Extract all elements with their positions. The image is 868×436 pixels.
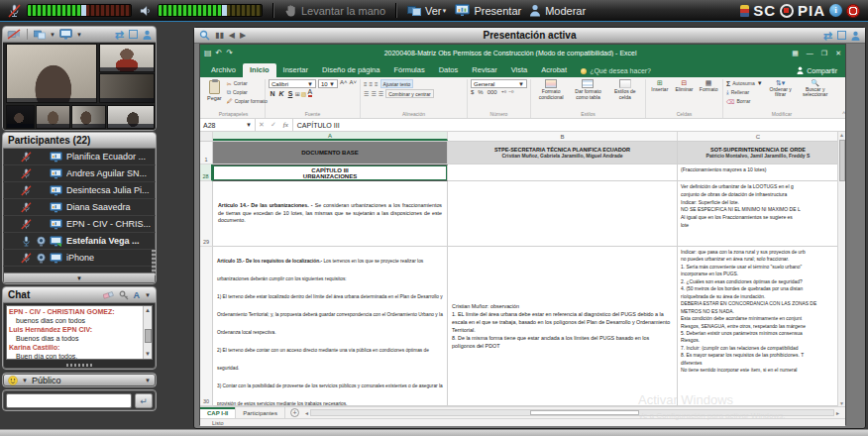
presenter-icon[interactable] [851,31,860,41]
confirm-entry-icon[interactable]: ✓ [271,121,276,129]
cell-a29[interactable]: Artículo 14.- De las urbanizaciones. - S… [213,181,448,247]
eraser-icon[interactable] [103,290,114,299]
cell-c28[interactable]: (Fraccionamientos mayores a 10 lotes) [678,164,839,181]
align-middle-icon[interactable]: ≡ [370,81,373,87]
fill-button[interactable]: ⤓Rellenar [726,88,763,96]
redo-icon[interactable]: ↷ [226,49,233,57]
font-name-select[interactable]: Calibri▼ [269,79,316,88]
participant-row[interactable]: Diana Saavedra [3,199,156,216]
participant-row[interactable]: iPhone [3,250,156,267]
scroll-up-icon[interactable]: ▲ [145,306,151,315]
emoticon-icon[interactable] [8,376,18,385]
mic-muted-icon[interactable] [19,168,34,179]
video-thumb-2[interactable] [36,105,70,129]
scroll-down-icon[interactable]: ▼ [145,350,151,359]
clear-button[interactable]: ⌫Borrar [726,97,763,105]
cell-c29[interactable]: Ver definición de urbanizar de la LOOTUG… [678,181,839,247]
present-button[interactable]: Presentar [474,5,521,17]
video-feed-3[interactable] [99,73,155,103]
mic-muted-icon[interactable] [19,202,34,213]
add-sheet-icon[interactable]: + [290,408,299,417]
info-button[interactable]: i [829,4,842,17]
key-icon[interactable] [119,290,129,300]
audience-select[interactable]: Público [32,376,61,385]
column-header-a[interactable]: A [213,132,448,141]
scroll-left-icon[interactable]: ◂ [303,409,310,416]
row-number[interactable]: 1 [200,142,213,164]
record-button[interactable] [846,4,860,18]
cell-a28-selected[interactable]: CAPÍTULO III URBANIZACIONES [213,164,448,181]
moderate-button[interactable]: Moderar [545,5,586,17]
previous-slide-icon[interactable]: ◀ [229,31,235,40]
undo-icon[interactable]: ↶ [216,49,223,57]
collapse-ribbon-icon[interactable]: ˄ [840,110,845,118]
next-slide-icon[interactable]: ▶ [240,31,246,40]
scroll-thumb[interactable] [839,140,845,181]
tab-vista[interactable]: Vista [504,63,535,77]
zoom-icon[interactable] [199,30,210,41]
video-feed-main[interactable] [6,44,97,103]
screen-icon[interactable] [49,253,63,264]
screen-icon[interactable] [49,185,63,196]
display-caret-icon[interactable]: ▼ [76,32,82,38]
chat-input[interactable] [6,393,132,408]
percent-icon[interactable]: % [478,89,483,96]
webcam-icon[interactable] [34,253,49,264]
shrink-font-icon[interactable]: A˅ [350,79,358,88]
self-view-icon[interactable] [143,30,152,40]
tab-inicio[interactable]: Inicio [243,63,276,77]
formula-content[interactable]: CAPÍTULO III [293,122,340,129]
audience-caret-icon[interactable]: ▼ [145,378,151,383]
column-header-c[interactable]: C [678,132,839,141]
underline-button[interactable]: S [286,90,294,97]
cell-a30[interactable]: Artículo 15.- De los requisitos de local… [213,247,448,406]
video-thumb-3[interactable] [71,105,106,129]
cell-b29[interactable] [448,181,678,247]
align-top-icon[interactable]: ≡ [364,81,367,87]
swap-content-icon[interactable]: ⇄ [823,31,832,41]
tell-me-box[interactable]: ¿Qué desea hacer? [574,65,658,77]
send-button[interactable]: ↵ [135,393,153,408]
tab-insertar[interactable]: Insertar [276,63,315,77]
cell-b1[interactable]: STPE-SECRETARIA TÉCNICA PLANIFICA ECUADO… [448,142,678,164]
share-button[interactable]: Compartir [789,66,845,77]
row-number[interactable]: 28 [200,164,213,181]
restore-icon[interactable]: ❐ [821,50,827,57]
cell-c30[interactable]: Indicar: que pasa con la zona rural y su… [678,247,839,406]
number-format-select[interactable]: General▼ [471,79,527,88]
display-select-icon[interactable] [59,29,72,40]
decimal-icons[interactable]: ⁺⁰ ⁻⁰ [501,89,514,96]
font-caret-icon[interactable]: ▼ [145,292,151,298]
vertical-scrollbar[interactable]: ▲ ▼ [837,132,845,406]
font-size-select[interactable]: 10▼ [318,79,338,88]
row-number[interactable]: 30 [200,247,213,406]
mic-muted-icon[interactable] [19,185,34,196]
wrap-text-button[interactable]: Ajustar texto [380,79,414,88]
cell-name-box[interactable]: A28▼ [200,119,256,131]
select-all-corner[interactable] [200,132,213,141]
screen-icon[interactable] [49,219,63,230]
currency-icon[interactable]: $ [471,89,474,96]
align-right-icon[interactable]: ☰ [379,90,382,97]
tab-acrobat[interactable]: Acrobat [534,63,574,77]
save-icon[interactable]: ▤ [204,49,212,57]
cell-styles-button[interactable]: Estilos de celda [608,79,642,100]
tab-revisar[interactable]: Revisar [465,63,503,77]
scroll-thumb[interactable] [145,329,152,343]
comma-icon[interactable]: 000 [488,89,497,96]
view-button[interactable]: Ver [425,5,442,17]
speaker-icon[interactable] [140,5,152,17]
borders-icon[interactable]: ⊞ [295,90,300,97]
video-feed-2[interactable] [99,44,155,72]
conditional-formatting-button[interactable]: Formato condicional [534,79,568,100]
font-style-icon[interactable]: A [134,290,141,300]
view-caret-icon[interactable]: ▼ [442,8,448,14]
font-color-icon[interactable]: A [308,89,313,97]
mic-muted-icon[interactable] [19,152,34,163]
cell-b28[interactable] [448,164,678,181]
find-select-button[interactable]: 🔍Buscar y seleccionar [799,79,832,98]
align-center-icon[interactable]: ☰ [371,90,375,97]
participant-row[interactable]: EPN - CIV - CHRIS... [3,216,156,233]
tab-archivo[interactable]: Archivo [204,63,243,77]
autosum-button[interactable]: ΣAutosuma▼ [726,79,763,87]
